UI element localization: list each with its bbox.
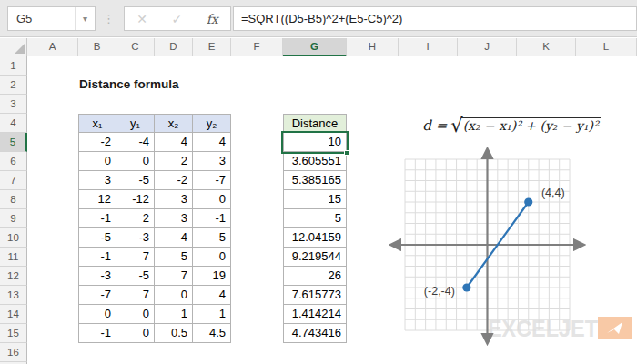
cell[interactable]: 2 — [155, 152, 193, 171]
cell[interactable]: 0 — [116, 324, 155, 343]
row-header-12[interactable]: 12 — [0, 267, 27, 286]
cell[interactable]: -5 — [116, 171, 155, 190]
row-header-8[interactable]: 8 — [0, 190, 27, 209]
table-row: -1750 — [78, 248, 231, 267]
column-header-D[interactable]: D — [155, 38, 193, 56]
cancel-icon[interactable]: ✕ — [136, 12, 147, 26]
column-header-C[interactable]: C — [116, 38, 155, 56]
cell[interactable]: 10 — [283, 133, 347, 152]
cell[interactable]: 4.743416 — [283, 324, 347, 343]
cell[interactable]: 12 — [78, 190, 116, 209]
row-header-9[interactable]: 9 — [0, 209, 27, 228]
row-header-14[interactable]: 14 — [0, 305, 27, 324]
column-header-G[interactable]: G — [283, 38, 347, 56]
cell[interactable]: 26 — [283, 267, 347, 286]
row-header-5[interactable]: 5 — [0, 133, 27, 152]
cell[interactable]: 5.385165 — [283, 171, 347, 190]
cell[interactable]: -1 — [193, 209, 231, 228]
row-header-4[interactable]: 4 — [0, 114, 27, 133]
cell[interactable]: -2 — [155, 171, 193, 190]
cell[interactable]: -5 — [116, 267, 155, 286]
cell[interactable]: 15 — [283, 190, 347, 209]
row-header-7[interactable]: 7 — [0, 171, 27, 190]
row-header-3[interactable]: 3 — [0, 95, 27, 114]
cell[interactable]: 1 — [155, 305, 193, 324]
cell[interactable]: 7 — [116, 286, 155, 305]
cell[interactable]: -3 — [116, 228, 155, 248]
cell[interactable]: 7 — [155, 267, 193, 286]
cell[interactable]: -3 — [78, 267, 116, 286]
distance-header-cell[interactable]: Distance — [283, 114, 347, 133]
cell[interactable]: 4 — [155, 228, 193, 248]
column-header-J[interactable]: J — [458, 38, 517, 56]
name-box[interactable]: G5 ▾ — [7, 6, 96, 31]
cell[interactable]: 1.414214 — [283, 305, 347, 324]
cell[interactable]: -12 — [116, 190, 155, 209]
row-header-16[interactable]: 16 — [0, 343, 27, 362]
cell[interactable]: 0.5 — [155, 324, 193, 343]
cell[interactable]: -4 — [116, 133, 155, 152]
column-header-I[interactable]: I — [399, 38, 458, 56]
cell[interactable]: 0 — [78, 152, 116, 171]
row-header-1[interactable]: 1 — [0, 56, 27, 76]
cell[interactable]: -7 — [193, 171, 231, 190]
row-header-6[interactable]: 6 — [0, 152, 27, 171]
formula-input[interactable]: =SQRT((D5-B5)^2+(E5-C5)^2) — [233, 6, 637, 31]
column-header-H[interactable]: H — [347, 38, 399, 56]
cell[interactable]: -1 — [78, 324, 116, 343]
cell[interactable]: 3 — [78, 171, 116, 190]
row-headers: 1234567891011121314151617 — [0, 56, 27, 364]
xy-header-cell[interactable]: x₁ — [78, 114, 116, 133]
xy-header-cell[interactable]: y₂ — [193, 114, 231, 133]
row-header-13[interactable]: 13 — [0, 286, 27, 305]
column-header-A[interactable]: A — [27, 38, 78, 56]
row-header-10[interactable]: 10 — [0, 228, 27, 248]
cell[interactable]: 0 — [193, 190, 231, 209]
cell[interactable]: 3.605551 — [283, 152, 347, 171]
cell[interactable]: 0 — [78, 305, 116, 324]
column-header-B[interactable]: B — [78, 38, 116, 56]
enter-icon[interactable]: ✓ — [171, 12, 182, 26]
cell[interactable]: 0 — [116, 152, 155, 171]
cell[interactable]: 4 — [193, 133, 231, 152]
column-header-F[interactable]: F — [231, 38, 283, 56]
cell[interactable]: 3 — [155, 209, 193, 228]
cell[interactable]: 5 — [193, 228, 231, 248]
cell[interactable]: -7 — [78, 286, 116, 305]
cell[interactable]: 0 — [155, 286, 193, 305]
cell[interactable]: 1 — [193, 305, 231, 324]
xy-header-cell[interactable]: y₁ — [116, 114, 155, 133]
cell[interactable]: 5 — [283, 209, 347, 228]
xy-header-cell[interactable]: x₂ — [155, 114, 193, 133]
column-header-K[interactable]: K — [517, 38, 576, 56]
cell[interactable]: 5 — [155, 248, 193, 267]
cell[interactable]: -5 — [78, 228, 116, 248]
cell[interactable]: 12.04159 — [283, 228, 347, 248]
cell[interactable]: 3 — [193, 152, 231, 171]
table-row: -123-1 — [78, 209, 231, 228]
column-header-E[interactable]: E — [193, 38, 231, 56]
row-header-15[interactable]: 15 — [0, 324, 27, 343]
cell[interactable]: 3 — [155, 190, 193, 209]
column-header-L[interactable]: L — [576, 38, 637, 56]
row-header-11[interactable]: 11 — [0, 248, 27, 267]
cell[interactable]: 7 — [116, 248, 155, 267]
cell[interactable]: 4.5 — [193, 324, 231, 343]
cell[interactable]: 7.615773 — [283, 286, 347, 305]
cell[interactable]: 19 — [193, 267, 231, 286]
cell[interactable]: 2 — [116, 209, 155, 228]
cell[interactable]: -1 — [78, 209, 116, 228]
cell[interactable]: 4 — [155, 133, 193, 152]
cell[interactable]: 9.219544 — [283, 248, 347, 267]
insert-function-icon[interactable]: fx — [207, 12, 218, 26]
fill-handle[interactable] — [344, 150, 349, 156]
cell[interactable]: -1 — [78, 248, 116, 267]
table-row: -2-444 — [78, 133, 231, 152]
row-header-2[interactable]: 2 — [0, 76, 27, 95]
cell[interactable]: 0 — [116, 305, 155, 324]
excel-window: G5 ▾ ⋮ ✕ ✓ fx =SQRT((D5-B5)^2+(E5-C5)^2)… — [0, 0, 637, 364]
cell[interactable]: 0 — [193, 248, 231, 267]
name-box-dropdown-icon[interactable]: ▾ — [75, 7, 95, 30]
cell[interactable]: -2 — [78, 133, 116, 152]
cell[interactable]: 4 — [193, 286, 231, 305]
